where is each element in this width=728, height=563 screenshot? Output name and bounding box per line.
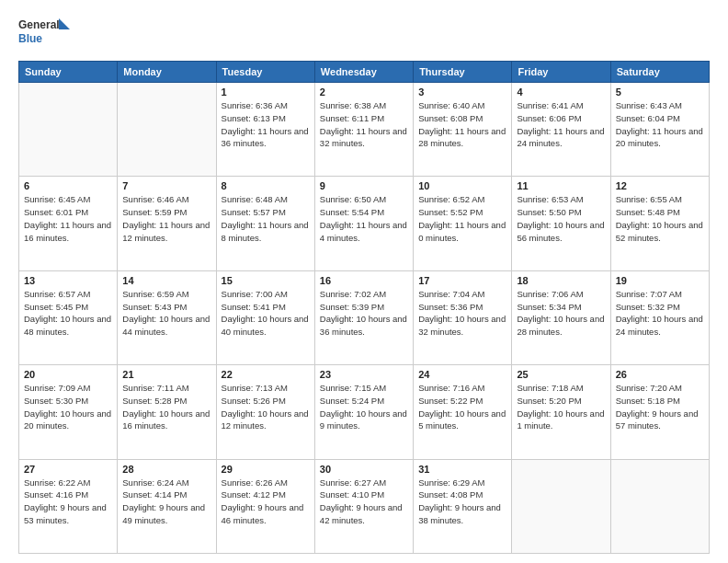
day-info: Sunrise: 6:36 AM Sunset: 6:13 PM Dayligh… <box>222 99 310 150</box>
calendar-cell: 31Sunrise: 6:29 AM Sunset: 4:08 PM Dayli… <box>414 459 512 553</box>
calendar-cell: 22Sunrise: 7:13 AM Sunset: 5:26 PM Dayli… <box>216 365 314 459</box>
day-info: Sunrise: 6:41 AM Sunset: 6:06 PM Dayligh… <box>517 99 605 150</box>
calendar-week-row: 13Sunrise: 6:57 AM Sunset: 5:45 PM Dayli… <box>19 270 710 364</box>
calendar-cell <box>19 83 118 177</box>
calendar-cell: 23Sunrise: 7:15 AM Sunset: 5:24 PM Dayli… <box>314 365 413 459</box>
day-info: Sunrise: 6:29 AM Sunset: 4:08 PM Dayligh… <box>418 477 506 527</box>
day-info: Sunrise: 7:15 AM Sunset: 5:24 PM Dayligh… <box>320 382 408 432</box>
day-info: Sunrise: 7:20 AM Sunset: 5:18 PM Dayligh… <box>616 382 704 432</box>
day-info: Sunrise: 6:55 AM Sunset: 5:48 PM Dayligh… <box>616 193 704 244</box>
day-number: 25 <box>517 369 605 380</box>
calendar-cell: 13Sunrise: 6:57 AM Sunset: 5:45 PM Dayli… <box>19 270 118 364</box>
calendar-week-row: 20Sunrise: 7:09 AM Sunset: 5:30 PM Dayli… <box>19 365 710 459</box>
calendar-cell: 16Sunrise: 7:02 AM Sunset: 5:39 PM Dayli… <box>314 270 413 364</box>
day-number: 22 <box>222 369 310 380</box>
day-info: Sunrise: 6:40 AM Sunset: 6:08 PM Dayligh… <box>418 99 506 150</box>
day-info: Sunrise: 6:24 AM Sunset: 4:14 PM Dayligh… <box>122 477 210 527</box>
day-info: Sunrise: 7:13 AM Sunset: 5:26 PM Dayligh… <box>222 382 310 432</box>
day-number: 3 <box>418 86 506 98</box>
day-number: 5 <box>616 86 704 98</box>
calendar-cell: 25Sunrise: 7:18 AM Sunset: 5:20 PM Dayli… <box>512 365 610 459</box>
calendar-week-row: 27Sunrise: 6:22 AM Sunset: 4:16 PM Dayli… <box>19 459 710 553</box>
day-number: 1 <box>222 86 310 98</box>
day-number: 31 <box>418 464 506 475</box>
calendar-cell: 10Sunrise: 6:52 AM Sunset: 5:52 PM Dayli… <box>414 177 512 270</box>
day-info: Sunrise: 7:09 AM Sunset: 5:30 PM Dayligh… <box>24 382 112 432</box>
day-number: 2 <box>320 86 408 98</box>
day-number: 10 <box>418 180 506 191</box>
day-number: 7 <box>122 180 210 191</box>
calendar-cell <box>512 459 610 553</box>
logo: General Blue <box>18 15 74 52</box>
calendar-cell <box>118 83 216 177</box>
day-info: Sunrise: 6:38 AM Sunset: 6:11 PM Dayligh… <box>320 99 408 150</box>
calendar-cell: 28Sunrise: 6:24 AM Sunset: 4:14 PM Dayli… <box>118 459 216 553</box>
calendar-cell: 6Sunrise: 6:45 AM Sunset: 6:01 PM Daylig… <box>19 177 118 270</box>
calendar-cell: 21Sunrise: 7:11 AM Sunset: 5:28 PM Dayli… <box>118 365 216 459</box>
day-number: 20 <box>24 369 112 380</box>
calendar-table: SundayMondayTuesdayWednesdayThursdayFrid… <box>18 61 710 554</box>
day-info: Sunrise: 6:52 AM Sunset: 5:52 PM Dayligh… <box>418 193 506 244</box>
day-info: Sunrise: 7:04 AM Sunset: 5:36 PM Dayligh… <box>418 288 506 339</box>
day-number: 23 <box>320 369 408 380</box>
calendar-cell: 17Sunrise: 7:04 AM Sunset: 5:36 PM Dayli… <box>414 270 512 364</box>
day-number: 29 <box>222 464 310 475</box>
day-number: 6 <box>24 180 112 191</box>
calendar-cell: 30Sunrise: 6:27 AM Sunset: 4:10 PM Dayli… <box>314 459 413 553</box>
calendar-week-row: 6Sunrise: 6:45 AM Sunset: 6:01 PM Daylig… <box>19 177 710 270</box>
calendar-cell: 26Sunrise: 7:20 AM Sunset: 5:18 PM Dayli… <box>610 365 709 459</box>
weekday-header-monday: Monday <box>118 62 216 83</box>
day-number: 18 <box>517 275 605 286</box>
day-number: 14 <box>122 275 210 286</box>
calendar-cell: 27Sunrise: 6:22 AM Sunset: 4:16 PM Dayli… <box>19 459 118 553</box>
weekday-header-saturday: Saturday <box>610 62 709 83</box>
calendar-cell: 14Sunrise: 6:59 AM Sunset: 5:43 PM Dayli… <box>118 270 216 364</box>
day-number: 16 <box>320 275 408 286</box>
day-number: 11 <box>517 180 605 191</box>
calendar-cell: 3Sunrise: 6:40 AM Sunset: 6:08 PM Daylig… <box>414 83 512 177</box>
day-number: 19 <box>616 275 704 286</box>
page-header: General Blue <box>18 15 710 52</box>
weekday-header-tuesday: Tuesday <box>216 62 314 83</box>
calendar-cell: 29Sunrise: 6:26 AM Sunset: 4:12 PM Dayli… <box>216 459 314 553</box>
day-number: 21 <box>122 369 210 380</box>
day-info: Sunrise: 6:48 AM Sunset: 5:57 PM Dayligh… <box>222 193 310 244</box>
svg-text:Blue: Blue <box>18 32 42 45</box>
day-info: Sunrise: 7:07 AM Sunset: 5:32 PM Dayligh… <box>616 288 704 339</box>
day-info: Sunrise: 6:43 AM Sunset: 6:04 PM Dayligh… <box>616 99 704 150</box>
calendar-cell <box>610 459 709 553</box>
weekday-header-friday: Friday <box>512 62 610 83</box>
day-number: 12 <box>616 180 704 191</box>
weekday-header-thursday: Thursday <box>414 62 512 83</box>
day-info: Sunrise: 6:57 AM Sunset: 5:45 PM Dayligh… <box>24 288 112 339</box>
day-number: 9 <box>320 180 408 191</box>
calendar-week-row: 1Sunrise: 6:36 AM Sunset: 6:13 PM Daylig… <box>19 83 710 177</box>
calendar-cell: 4Sunrise: 6:41 AM Sunset: 6:06 PM Daylig… <box>512 83 610 177</box>
calendar-cell: 9Sunrise: 6:50 AM Sunset: 5:54 PM Daylig… <box>314 177 413 270</box>
day-info: Sunrise: 6:53 AM Sunset: 5:50 PM Dayligh… <box>517 193 605 244</box>
day-info: Sunrise: 7:02 AM Sunset: 5:39 PM Dayligh… <box>320 288 408 339</box>
calendar-cell: 11Sunrise: 6:53 AM Sunset: 5:50 PM Dayli… <box>512 177 610 270</box>
logo-svg: General Blue <box>18 15 74 52</box>
day-info: Sunrise: 6:45 AM Sunset: 6:01 PM Dayligh… <box>24 193 112 244</box>
day-info: Sunrise: 6:27 AM Sunset: 4:10 PM Dayligh… <box>320 477 408 527</box>
calendar-cell: 19Sunrise: 7:07 AM Sunset: 5:32 PM Dayli… <box>610 270 709 364</box>
calendar-cell: 1Sunrise: 6:36 AM Sunset: 6:13 PM Daylig… <box>216 83 314 177</box>
day-info: Sunrise: 7:11 AM Sunset: 5:28 PM Dayligh… <box>122 382 210 432</box>
day-number: 28 <box>122 464 210 475</box>
calendar-cell: 24Sunrise: 7:16 AM Sunset: 5:22 PM Dayli… <box>414 365 512 459</box>
calendar-cell: 12Sunrise: 6:55 AM Sunset: 5:48 PM Dayli… <box>610 177 709 270</box>
day-info: Sunrise: 6:26 AM Sunset: 4:12 PM Dayligh… <box>222 477 310 527</box>
day-number: 24 <box>418 369 506 380</box>
calendar-cell: 5Sunrise: 6:43 AM Sunset: 6:04 PM Daylig… <box>610 83 709 177</box>
svg-marker-2 <box>59 18 70 29</box>
day-number: 8 <box>222 180 310 191</box>
day-number: 13 <box>24 275 112 286</box>
day-info: Sunrise: 6:50 AM Sunset: 5:54 PM Dayligh… <box>320 193 408 244</box>
day-info: Sunrise: 7:16 AM Sunset: 5:22 PM Dayligh… <box>418 382 506 432</box>
calendar-cell: 2Sunrise: 6:38 AM Sunset: 6:11 PM Daylig… <box>314 83 413 177</box>
day-info: Sunrise: 6:22 AM Sunset: 4:16 PM Dayligh… <box>24 477 112 527</box>
day-number: 17 <box>418 275 506 286</box>
calendar-cell: 7Sunrise: 6:46 AM Sunset: 5:59 PM Daylig… <box>118 177 216 270</box>
weekday-header-sunday: Sunday <box>19 62 118 83</box>
